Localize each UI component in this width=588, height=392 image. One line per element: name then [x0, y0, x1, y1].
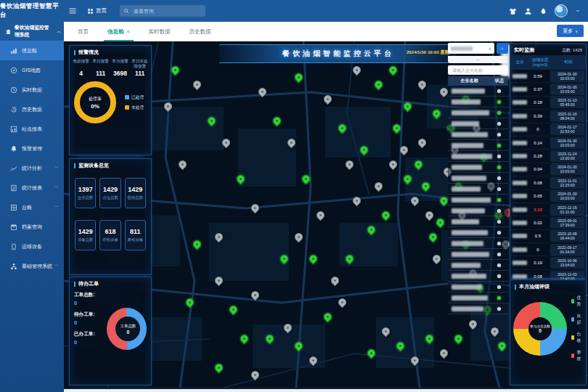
flame-icon[interactable] [539, 7, 547, 15]
sidebar-group-header[interactable]: 餐饮油烟监控管理系统 ︿ [0, 22, 64, 41]
blurred-company-name [452, 274, 486, 279]
tab-历史数据[interactable]: 历史数据 [180, 22, 221, 41]
theme-shirt-icon[interactable] [509, 7, 517, 15]
reading-time: 2024-01-30 10:03:00 [550, 190, 584, 202]
chevron-down-icon: ﹀ [54, 263, 59, 269]
sidebar-item-档案查询[interactable]: 档案查询 [0, 217, 64, 237]
workorder-stats: 工单总数:0待办工单:0已办工单:0 [74, 292, 104, 350]
company-row[interactable] [448, 282, 508, 293]
avatar[interactable] [555, 4, 568, 17]
reading-time: 2023-10-06 13:04:00 [550, 257, 584, 269]
blurred-company-name [452, 208, 485, 213]
company-row[interactable] [448, 271, 508, 282]
legend-label: 优秀 [576, 295, 583, 308]
realtime-row[interactable]: 0.082023-11-01 22:25:00 [510, 176, 586, 189]
menu-search[interactable] [120, 5, 205, 17]
realtime-row[interactable]: 0.052024-01-30 10:03:00 [510, 190, 586, 203]
system-icon [10, 263, 17, 270]
company-row[interactable] [448, 118, 508, 129]
company-row[interactable] [448, 227, 508, 238]
company-row[interactable] [448, 216, 508, 227]
sidebar-item-GIS地图[interactable]: GIS地图 [0, 60, 64, 80]
company-row[interactable] [448, 97, 508, 107]
menu-search-input[interactable] [132, 8, 193, 15]
rating-center-value: 0 [539, 328, 542, 333]
more-button[interactable]: 更多 ∨ [557, 25, 584, 37]
sidebar-item-label: 实时数据 [22, 86, 42, 94]
sidebar-item-台账[interactable]: 台账﹀ [0, 197, 64, 217]
realtime-row[interactable]: 02024-01-17 22:53:00 [510, 123, 586, 136]
tab-首页[interactable]: 首页 [68, 22, 98, 41]
alarm-donut-row: 处理率 0% 已处理未处理 [70, 81, 151, 123]
company-row[interactable] [448, 238, 508, 249]
sidebar-item-运维设备[interactable]: 运维设备 [0, 237, 64, 256]
alarm-stat-value: 111 [130, 70, 150, 77]
company-row[interactable] [448, 184, 508, 195]
realtime-row[interactable]: 2.222023-12-15 01:11:00 [510, 203, 586, 216]
collapse-bar[interactable]: ︿ [448, 56, 508, 63]
concentration-value: 0.39 [527, 114, 549, 118]
sidebar-item-基础管理系统[interactable]: 基础管理系统﹀ [0, 256, 64, 276]
sidebar-item-统计报表[interactable]: 统计报表﹀ [0, 178, 64, 197]
menu-icon[interactable] [68, 7, 77, 15]
realtime-row[interactable]: 0.592024-01-30 10:03:00 [510, 70, 586, 83]
realtime-row[interactable]: 0.042024-01-30 10:03:00 [510, 163, 586, 176]
realtime-row[interactable]: 0.392023-11-16 08:04:00 [510, 110, 586, 123]
realtime-header: 实时监测 总数: 1429 [510, 44, 586, 55]
company-row[interactable] [448, 86, 508, 97]
company-row[interactable] [448, 195, 508, 205]
company-name-input[interactable] [451, 68, 505, 73]
workorder-panel-title: 待办工单 [70, 277, 151, 289]
dashboard: 餐饮油烟智能监控云平台 2024/1/30 10:03 星期二 报警情况 当前报… [64, 41, 588, 389]
sidebar-item-统计分析[interactable]: 统计分析﹀ [0, 158, 64, 178]
company-search-button[interactable] [497, 43, 508, 54]
realtime-row[interactable]: 0.282023-11-24 13:00:00 [510, 150, 586, 163]
close-icon[interactable]: × [127, 29, 130, 34]
home-breadcrumb[interactable]: 首页 [87, 7, 107, 15]
company-row[interactable] [448, 162, 508, 173]
legend-label: 未处理 [131, 105, 144, 111]
status-dot-offline [497, 187, 501, 191]
realtime-row[interactable]: 0.192023-10-06 13:04:00 [510, 256, 586, 269]
company-row[interactable] [448, 151, 508, 162]
rating-legend: 优秀良好合格整改 [571, 295, 583, 362]
user-icon[interactable] [524, 7, 532, 15]
company-name-search[interactable] [448, 65, 508, 75]
company-row[interactable] [448, 129, 508, 140]
sidebar-item-站点报表[interactable]: 站点报表 [0, 119, 64, 139]
device-panel: 监测设备总览 1397企业总数1429点位总数1429机组总数1429设备总数6… [69, 158, 152, 275]
realtime-row[interactable]: 02022-09-17 01:34:00 [510, 243, 586, 256]
company-row[interactable] [448, 205, 508, 216]
sidebar-item-实时数据[interactable]: 实时数据 [0, 80, 64, 99]
company-row[interactable] [448, 173, 508, 184]
company-select[interactable]: ∨ [448, 43, 494, 54]
company-row[interactable] [448, 140, 508, 151]
company-row[interactable] [448, 249, 508, 260]
donut-center-label: 处理率 [89, 96, 101, 102]
realtime-row[interactable]: 0.142024-01-30 10:03:00 [510, 136, 586, 150]
workorder-stat: 待办工单:0 [74, 311, 104, 326]
sidebar-item-信息舱[interactable]: 信息舱 [0, 41, 64, 60]
sidebar-item-历史数据[interactable]: 历史数据 [0, 99, 64, 119]
tab-信息舱[interactable]: 信息舱× [98, 22, 139, 41]
sidebar-item-预警管理[interactable]: 预警管理 [0, 139, 64, 158]
blurred-company-name [513, 127, 527, 131]
realtime-row[interactable]: 0.52023-10-06 16:44:00 [510, 230, 586, 243]
company-row[interactable] [448, 260, 508, 271]
company-row[interactable] [448, 107, 508, 118]
concentration-value: 0.28 [527, 154, 549, 158]
alarm-legend-item: 已处理 [125, 94, 144, 101]
device-card-label: 机组总数 [128, 195, 144, 200]
workorder-stat: 工单总数:0 [74, 292, 104, 306]
company-row[interactable] [448, 303, 508, 314]
device-card-value: 1397 [78, 186, 93, 193]
donut-center-value: 0% [91, 103, 99, 110]
tab-实时数据[interactable]: 实时数据 [139, 22, 180, 41]
chevron-down-icon[interactable] [575, 8, 581, 14]
realtime-row[interactable]: 0.022023-09-01 17:39:00 [510, 216, 586, 229]
realtime-row[interactable]: 0.372024-01-30 10:03:00 [510, 83, 586, 96]
status-dot-online [497, 296, 501, 300]
realtime-row[interactable]: 0.182023-11-10 03:45:00 [510, 97, 586, 110]
company-row[interactable] [448, 293, 508, 303]
home-icon [5, 28, 12, 35]
